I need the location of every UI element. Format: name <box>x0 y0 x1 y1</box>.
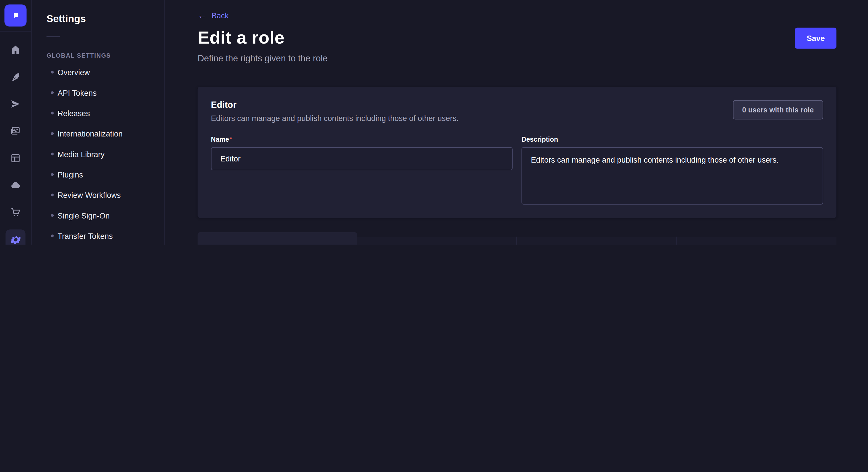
strapi-logo-icon <box>10 10 21 21</box>
description-field-group: Description Editors can manage and publi… <box>522 134 823 205</box>
back-arrow-icon: ← <box>198 11 207 20</box>
page-title: Edit a role <box>198 28 285 48</box>
media-library-icon[interactable] <box>5 121 25 141</box>
logo-area <box>0 0 31 32</box>
rail-nav <box>5 32 25 245</box>
page-header: Edit a role Save <box>198 28 837 48</box>
app-window: KD Settings GLOBAL SETTINGS Overview API… <box>0 0 868 245</box>
back-label: Back <box>212 11 229 20</box>
description-field-label: Description <box>522 136 558 143</box>
home-icon[interactable] <box>5 40 25 60</box>
description-textarea[interactable]: Editors can manage and publish contents … <box>522 147 823 205</box>
role-description-text: Editors can manage and publish contents … <box>211 114 459 123</box>
permissions-section: Collection Types Single Types Plugins Se… <box>198 232 837 245</box>
tab-plugins[interactable]: Plugins <box>516 237 676 245</box>
icon-rail: KD <box>0 0 32 245</box>
sidebar-item-internationalization[interactable]: Internationalization <box>32 123 164 144</box>
sidebar-item-single-sign-on[interactable]: Single Sign-On <box>32 205 164 226</box>
role-card-heading: Editor Editors can manage and publish co… <box>211 100 459 123</box>
content-manager-icon[interactable] <box>5 148 25 168</box>
cloud-icon[interactable] <box>5 175 25 195</box>
deploy-icon[interactable] <box>5 94 25 114</box>
tab-collection-types[interactable]: Collection Types <box>198 232 357 245</box>
main-content: ← Back Edit a role Save Define the right… <box>165 0 868 245</box>
sidebar-item-releases[interactable]: Releases <box>32 103 164 123</box>
name-field-group: Name* Editor <box>211 134 513 205</box>
sidebar-item-plugins[interactable]: Plugins <box>32 164 164 185</box>
content-type-builder-icon[interactable] <box>5 67 25 87</box>
sidebar-item-review-workflows[interactable]: Review Workflows <box>32 185 164 205</box>
sidebar-item-overview[interactable]: Overview <box>32 62 164 82</box>
role-name-heading: Editor <box>211 100 459 110</box>
settings-icon[interactable] <box>5 229 25 245</box>
strapi-logo[interactable] <box>4 4 26 26</box>
back-link[interactable]: ← Back <box>198 11 229 20</box>
sidebar-title: Settings <box>46 13 164 25</box>
sidebar-item-transfer-tokens[interactable]: Transfer Tokens <box>32 226 164 245</box>
required-asterisk: * <box>229 136 232 143</box>
name-input[interactable]: Editor <box>211 147 513 170</box>
marketplace-icon[interactable] <box>5 202 25 222</box>
sidebar-divider <box>46 36 60 37</box>
name-field-label: Name <box>211 136 229 143</box>
users-with-role-badge[interactable]: 0 users with this role <box>733 100 823 120</box>
page-subtitle: Define the rights given to the role <box>198 54 837 64</box>
tab-settings[interactable]: Settings <box>677 237 836 245</box>
save-button[interactable]: Save <box>795 28 836 48</box>
sidebar-item-media-library[interactable]: Media Library <box>32 144 164 164</box>
role-fields: Name* Editor Description Editors can man… <box>211 134 823 205</box>
settings-sidebar: Settings GLOBAL SETTINGS Overview API To… <box>32 0 165 245</box>
sidebar-item-api-tokens[interactable]: API Tokens <box>32 82 164 103</box>
permissions-tabs: Collection Types Single Types Plugins Se… <box>198 232 837 245</box>
section-label-global-settings: GLOBAL SETTINGS <box>46 52 164 59</box>
role-details-card: Editor Editors can manage and publish co… <box>198 87 837 218</box>
role-card-header: Editor Editors can manage and publish co… <box>211 100 823 123</box>
tab-single-types[interactable]: Single Types <box>357 237 516 245</box>
